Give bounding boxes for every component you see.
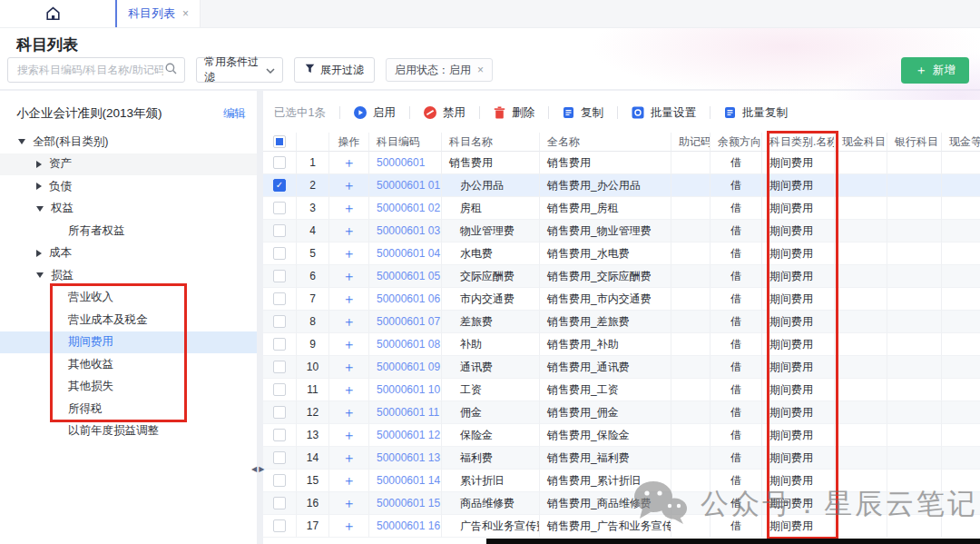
tree-item[interactable]: 营业收入 [0,287,257,310]
tree-item[interactable]: 营业成本及税金 [0,309,257,331]
bank-subject-cell [887,333,942,356]
subject-code-link[interactable]: 50000601 12 [377,429,440,441]
tree-item[interactable]: 负债 [0,175,257,198]
row-checkbox[interactable] [273,361,286,373]
row-checkbox[interactable] [273,451,286,464]
tab-close-icon[interactable]: × [182,7,189,20]
triangle-down-icon[interactable] [36,272,44,278]
add-child-icon[interactable]: ＋ [342,200,356,217]
subject-code-link[interactable]: 50000601 06 [377,292,440,305]
tag-close-icon[interactable]: × [477,64,484,76]
toolbar-action-6[interactable]: 批量复制 [724,105,788,121]
add-child-icon[interactable]: ＋ [342,518,356,535]
tree-item[interactable]: 成本 [0,242,257,265]
row-checkbox[interactable] [273,202,286,214]
subject-code-cell: 50000601 04 [369,242,442,265]
add-child-icon[interactable]: ＋ [342,291,356,308]
tree-item[interactable]: 所得税 [0,398,257,420]
toolbar-action-4[interactable]: 复制 [563,105,603,121]
subject-code-link[interactable]: 50000601 07 [377,315,440,328]
add-child-icon[interactable]: ＋ [342,427,356,444]
add-child-icon[interactable]: ＋ [342,336,356,353]
toolbar-action-3[interactable]: 删除 [494,105,534,121]
panel-collapse-handle[interactable]: ◀▶ [251,465,264,473]
tree-item[interactable]: 权益 [0,198,257,221]
tree-item[interactable]: 资产 [0,153,257,176]
tree-item[interactable]: 其他收益 [0,353,257,376]
triangle-right-icon[interactable] [36,161,42,168]
tree-item[interactable]: 以前年度损益调整 [0,420,257,443]
add-child-icon[interactable]: ＋ [342,245,356,262]
search-box [7,57,185,83]
add-child-icon[interactable]: ＋ [342,450,356,467]
subject-code-link[interactable]: 50000601 01 [377,179,440,192]
subject-code-link[interactable]: 50000601 16 [377,519,440,532]
add-child-icon[interactable]: ＋ [342,313,356,331]
subject-code-link[interactable]: 50000601 09 [377,361,440,373]
subject-code-link[interactable]: 50000601 15 [377,497,440,509]
row-checkbox[interactable]: ✓ [273,179,286,192]
tab-subject-list[interactable]: 科目列表 × [115,0,200,27]
toolbar-action-1[interactable]: 启用 [354,105,396,121]
home-icon[interactable] [45,0,61,27]
tree-item[interactable]: 其他损失 [0,376,257,399]
subject-code-link[interactable]: 50000601 04 [377,247,440,260]
tree-item[interactable]: 期间费用 [0,331,257,354]
subject-name: 通讯费 [449,360,493,375]
add-child-icon[interactable]: ＋ [342,268,356,285]
add-button[interactable]: ＋ 新增 [901,57,969,84]
add-child-icon[interactable]: ＋ [342,154,356,172]
subject-code-link[interactable]: 50000601 02 [377,202,440,214]
expand-filter-button[interactable]: 展开过滤 [294,57,375,83]
select-all-checkbox[interactable] [273,135,286,148]
row-checkbox[interactable] [273,224,286,237]
cash-equivalent-cell [942,242,980,265]
tree-item[interactable]: 所有者权益 [0,220,257,242]
add-child-icon[interactable]: ＋ [342,223,356,240]
search-input[interactable] [15,63,165,77]
edit-link[interactable]: 编辑 [223,106,246,122]
subject-code-link[interactable]: 50000601 [377,156,425,169]
toolbar-action-5[interactable]: 批量设置 [632,105,696,121]
triangle-down-icon[interactable] [36,206,44,212]
row-checkbox[interactable] [273,247,286,260]
subject-code-link[interactable]: 50000601 05 [377,270,440,282]
row-checkbox[interactable] [273,474,286,487]
add-child-icon[interactable]: ＋ [342,177,356,194]
subject-code-link[interactable]: 50000601 11 [377,406,439,419]
row-checkbox[interactable] [273,338,286,351]
triangle-right-icon[interactable] [36,183,42,190]
tree-item[interactable]: 全部(科目类别) [0,131,257,153]
subject-name-cell: 保险金 [442,424,540,447]
row-checkbox[interactable] [273,270,286,282]
row-checkbox[interactable] [273,156,286,169]
collapse-left-icon[interactable]: ◀ [251,465,257,473]
add-child-icon[interactable]: ＋ [342,404,356,421]
collapse-right-icon[interactable]: ▶ [259,465,264,473]
tree-item[interactable]: 损益 [0,264,257,287]
add-child-icon[interactable]: ＋ [342,359,356,376]
row-checkbox[interactable] [273,519,286,532]
add-child-icon[interactable]: ＋ [342,495,356,512]
row-checkbox[interactable] [273,497,286,509]
bank-subject-cell [887,311,942,333]
condition-filter-select[interactable]: 常用条件过滤 [196,57,283,83]
column-header-1 [263,133,297,152]
subject-code-link[interactable]: 50000601 08 [377,338,440,351]
triangle-right-icon[interactable] [36,250,42,257]
add-child-icon[interactable]: ＋ [342,472,356,490]
subject-code-link[interactable]: 50000601 14 [377,474,440,487]
row-checkbox[interactable] [273,406,286,419]
cash-equivalent-cell [942,265,980,288]
row-checkbox[interactable] [273,315,286,328]
row-checkbox[interactable] [273,383,286,396]
subject-code-link[interactable]: 50000601 03 [377,224,440,237]
row-checkbox[interactable] [273,429,286,441]
search-icon[interactable] [165,62,177,78]
toolbar-action-2[interactable]: 禁用 [424,105,466,121]
row-checkbox[interactable] [273,292,286,305]
add-child-icon[interactable]: ＋ [342,381,356,399]
triangle-down-icon[interactable] [18,139,25,144]
subject-code-link[interactable]: 50000601 13 [377,451,440,464]
subject-code-link[interactable]: 50000601 10 [377,383,440,396]
